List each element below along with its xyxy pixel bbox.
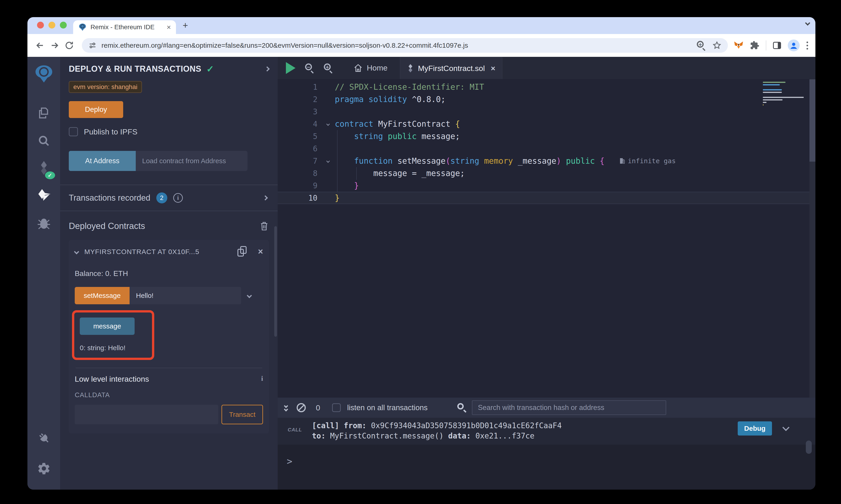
code-line[interactable]: 7 function setMessage(string memory _mes…	[278, 155, 816, 167]
zoom-in-icon[interactable]: +	[324, 64, 333, 73]
low-level-info-icon[interactable]: i	[261, 375, 263, 382]
code-line[interactable]: 6	[278, 142, 816, 155]
close-window-button[interactable]	[37, 22, 44, 29]
zoom-page-icon[interactable]: +	[697, 41, 706, 50]
terminal-log-lines: [call] from: 0x9Cf934043aD350758391b0D01…	[312, 420, 562, 441]
close-file-tab-icon[interactable]: ×	[491, 64, 496, 73]
toolbar-divider	[766, 40, 766, 51]
debug-button[interactable]: Debug	[738, 421, 772, 435]
metamask-icon[interactable]	[733, 40, 744, 51]
contract-card-header[interactable]: MYFIRSTCONTRACT AT 0X10F...5 ×	[75, 247, 263, 256]
code-line[interactable]: 3	[278, 106, 816, 118]
evm-version-badge: evm version: shanghai	[69, 81, 142, 93]
code-line[interactable]: 9 }	[278, 179, 816, 192]
terminal-collapse-icon[interactable]	[285, 404, 288, 411]
panel-collapse-icon[interactable]	[265, 67, 270, 72]
tab-home[interactable]: Home	[347, 57, 394, 79]
site-settings-icon[interactable]	[88, 41, 97, 50]
log-entry-call[interactable]: CALL [call] from: 0x9Cf934043aD350758391…	[278, 418, 816, 445]
editor-minimap[interactable]	[763, 80, 806, 107]
code-editor[interactable]: 1// SPDX-License-Identifier: MIT2pragma …	[278, 79, 816, 398]
remix-app: ✓	[28, 57, 816, 490]
log-expand-icon[interactable]	[782, 424, 789, 431]
deploy-button[interactable]: Deploy	[69, 101, 123, 118]
code-line[interactable]: 8 message = _message;	[278, 167, 816, 179]
zoom-out-icon[interactable]: −	[305, 64, 314, 73]
compiled-check-icon: ✓	[206, 64, 214, 74]
terminal-search-icon	[457, 403, 466, 412]
at-address-input[interactable]	[136, 151, 247, 171]
forward-icon[interactable]	[49, 39, 61, 52]
file-explorer-icon[interactable]	[37, 106, 51, 121]
plugin-manager-icon[interactable]	[37, 432, 51, 447]
set-message-button[interactable]: setMessage	[75, 287, 130, 304]
browser-window: Remix - Ethereum IDE × + remix.ethereum.…	[28, 17, 816, 490]
profile-avatar[interactable]	[788, 39, 800, 51]
transact-button[interactable]: Transact	[221, 405, 263, 424]
menu-dots-icon[interactable]	[806, 41, 809, 51]
deployed-contracts-title: Deployed Contracts	[69, 221, 145, 231]
tab-myfirstcontract[interactable]: MyFirstContract.sol ×	[400, 57, 502, 79]
run-script-icon[interactable]	[286, 62, 295, 74]
set-message-input[interactable]: Hello!	[130, 287, 241, 304]
at-address-button[interactable]: At Address	[69, 151, 136, 171]
terminal-search-input[interactable]	[472, 400, 666, 415]
back-icon[interactable]	[34, 39, 46, 52]
editor-scrollbar-thumb[interactable]	[809, 79, 816, 162]
tab-search-icon[interactable]	[805, 20, 810, 26]
terminal: 0 listen on all transactions CALL [call]…	[278, 398, 816, 490]
clear-console-icon[interactable]	[297, 403, 306, 412]
code-line[interactable]: 1// SPDX-License-Identifier: MIT	[278, 81, 816, 93]
remix-favicon	[78, 23, 87, 32]
expand-params-icon[interactable]	[247, 293, 252, 298]
maximize-window-button[interactable]	[60, 22, 67, 29]
code-lines: 1// SPDX-License-Identifier: MIT2pragma …	[278, 79, 816, 204]
browser-tab[interactable]: Remix - Ethereum IDE ×	[73, 20, 176, 34]
tab-close-icon[interactable]: ×	[167, 23, 171, 31]
pending-tx-count: 0	[316, 403, 320, 412]
gas-estimate-annotation: infinite gas	[619, 157, 676, 165]
publish-ipfs-checkbox[interactable]	[69, 127, 78, 136]
copy-address-icon[interactable]	[238, 247, 245, 256]
window-controls[interactable]	[37, 22, 67, 29]
minimize-window-button[interactable]	[49, 22, 55, 29]
transactions-recorded-row[interactable]: Transactions recorded 2 i	[69, 185, 269, 211]
transactions-info-icon[interactable]: i	[173, 193, 183, 203]
search-icon[interactable]	[37, 134, 51, 149]
transactions-expand-icon[interactable]	[263, 195, 268, 201]
terminal-scrollbar-thumb[interactable]	[806, 440, 812, 454]
extensions-puzzle-icon[interactable]	[750, 40, 760, 51]
bookmark-star-icon[interactable]	[713, 41, 721, 50]
trash-icon[interactable]	[259, 221, 269, 231]
set-message-row: setMessage Hello!	[75, 287, 263, 304]
listen-all-checkbox[interactable]	[332, 403, 341, 412]
url-text[interactable]: remix.ethereum.org/#lang=en&optimize=fal…	[101, 41, 468, 49]
code-line[interactable]: 10}	[278, 192, 816, 204]
log-call-badge: CALL	[278, 420, 312, 441]
code-line[interactable]: 5 string public message;	[278, 130, 816, 142]
debugger-icon[interactable]	[37, 217, 51, 231]
calldata-input[interactable]	[75, 405, 218, 424]
new-tab-button[interactable]: +	[180, 20, 191, 31]
remix-logo-icon[interactable]	[33, 64, 54, 85]
url-bar[interactable]: remix.ethereum.org/#lang=en&optimize=fal…	[82, 38, 728, 53]
panel-scrollbar[interactable]	[274, 226, 277, 337]
code-line[interactable]: 2pragma solidity ^0.8.0;	[278, 93, 816, 106]
deploy-run-icon[interactable]	[36, 188, 52, 204]
code-line[interactable]: 4contract MyFirstContract {	[278, 118, 816, 130]
contract-collapse-icon[interactable]	[74, 249, 79, 254]
solidity-compiler-icon[interactable]: ✓	[37, 160, 51, 177]
terminal-log[interactable]: CALL [call] from: 0x9Cf934043aD350758391…	[278, 418, 816, 490]
terminal-prompt[interactable]: >	[287, 456, 292, 467]
low-level-header: Low level interactions i	[75, 375, 263, 383]
reload-icon[interactable]	[63, 39, 75, 52]
side-panel-icon[interactable]	[772, 41, 782, 50]
message-button[interactable]: message	[80, 318, 135, 335]
remove-contract-icon[interactable]: ×	[258, 247, 263, 256]
home-tab-label: Home	[367, 64, 388, 72]
indent-guide	[356, 167, 357, 180]
extension-icons	[733, 39, 809, 51]
contract-title: MYFIRSTCONTRACT AT 0X10F...5	[84, 248, 199, 256]
settings-gear-icon[interactable]	[37, 462, 51, 476]
editor-scrollbar[interactable]	[809, 79, 816, 398]
